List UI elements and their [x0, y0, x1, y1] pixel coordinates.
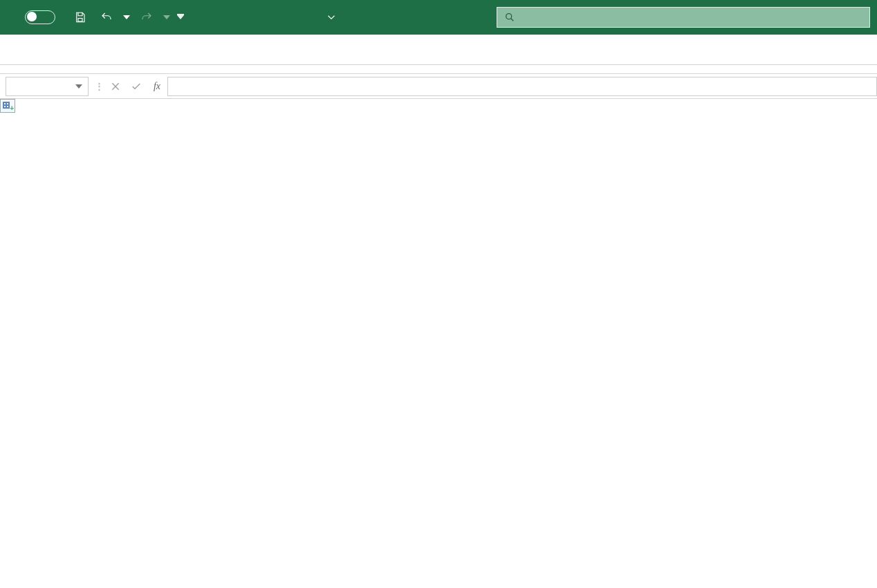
ribbon-tabs [0, 35, 877, 65]
formula-bar-resize-handle[interactable]: ⋮ [93, 81, 105, 91]
fx-icon[interactable]: fx [147, 81, 167, 92]
save-icon[interactable] [71, 8, 90, 27]
name-box-dropdown-icon[interactable] [75, 84, 82, 89]
redo-icon[interactable] [137, 8, 156, 27]
search-icon [504, 12, 515, 23]
cancel-formula-icon[interactable] [105, 81, 126, 92]
autofill-options-button[interactable]: + [0, 99, 15, 113]
formula-input[interactable] [167, 77, 877, 96]
undo-dropdown-icon[interactable] [123, 15, 130, 19]
svg-point-1 [506, 14, 512, 19]
title-bar [0, 0, 877, 35]
redo-dropdown-icon[interactable] [163, 15, 170, 19]
ribbon-collapse-bar[interactable] [0, 65, 877, 74]
svg-rect-0 [78, 19, 82, 22]
formula-bar: ⋮ fx [0, 74, 877, 99]
filename-chevron-down-icon[interactable] [322, 8, 341, 27]
enter-formula-icon[interactable] [126, 81, 147, 92]
search-input[interactable] [497, 7, 870, 28]
undo-icon[interactable] [97, 8, 116, 27]
autosave-toggle[interactable] [25, 10, 55, 24]
name-box[interactable] [6, 77, 89, 96]
